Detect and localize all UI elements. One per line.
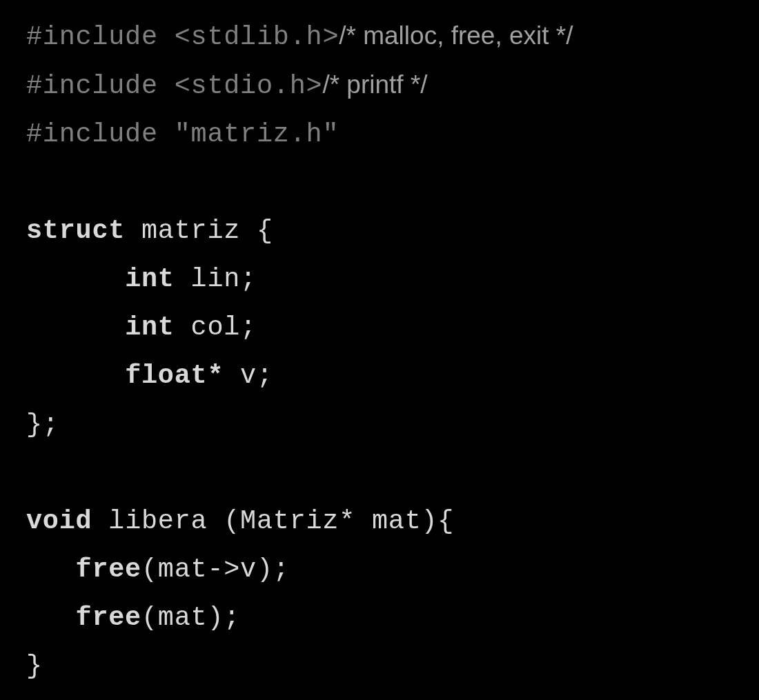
indent <box>26 312 125 343</box>
preproc: #include <box>26 22 158 52</box>
keyword-int: int <box>125 312 175 343</box>
struct-close: }; <box>26 410 59 440</box>
struct-name: matriz { <box>125 216 273 246</box>
preproc: #include <box>26 71 158 101</box>
spacer <box>158 119 175 150</box>
indent <box>26 264 125 294</box>
code-line: #include <stdio.h>/* printf */ <box>26 61 738 110</box>
code-line: free(mat->v); <box>26 546 738 594</box>
keyword-struct: struct <box>26 216 125 246</box>
identifier: v; <box>224 361 273 391</box>
code-line-blank <box>26 449 738 497</box>
spacer <box>158 22 175 52</box>
keyword-int: int <box>125 264 175 294</box>
comment: /* printf */ <box>322 70 427 99</box>
code-line: #include "matriz.h" <box>26 110 738 159</box>
identifier: col; <box>175 312 257 343</box>
code-line: void libera (Matriz* mat){ <box>26 497 738 546</box>
arguments: (mat); <box>141 603 240 633</box>
spacer <box>158 71 175 101</box>
code-block: #include <stdlib.h>/* malloc, free, exit… <box>0 0 759 690</box>
keyword-void: void <box>26 506 92 537</box>
header-name: <stdio.h> <box>175 71 323 101</box>
function-decl: libera (Matriz* mat){ <box>92 506 454 537</box>
code-line: free(mat); <box>26 594 738 642</box>
call-free: free <box>76 603 141 633</box>
identifier: lin; <box>175 264 257 294</box>
function-close: } <box>26 651 43 681</box>
header-name: "matriz.h" <box>175 119 339 150</box>
header-name: <stdlib.h> <box>175 22 339 52</box>
code-line: int lin; <box>26 255 738 303</box>
indent <box>26 603 76 633</box>
preproc: #include <box>26 119 158 150</box>
indent <box>26 554 76 585</box>
code-line: float* v; <box>26 352 738 400</box>
comment: /* malloc, free, exit */ <box>339 21 573 50</box>
indent <box>26 361 125 391</box>
code-line: int col; <box>26 303 738 352</box>
arguments: (mat->v); <box>141 554 290 585</box>
code-line-blank <box>26 159 738 207</box>
code-line: #include <stdlib.h>/* malloc, free, exit… <box>26 12 738 61</box>
code-line: struct matriz { <box>26 207 738 255</box>
keyword-float: float* <box>125 361 224 391</box>
code-line: } <box>26 642 738 690</box>
call-free: free <box>76 554 141 585</box>
code-line: }; <box>26 401 738 449</box>
